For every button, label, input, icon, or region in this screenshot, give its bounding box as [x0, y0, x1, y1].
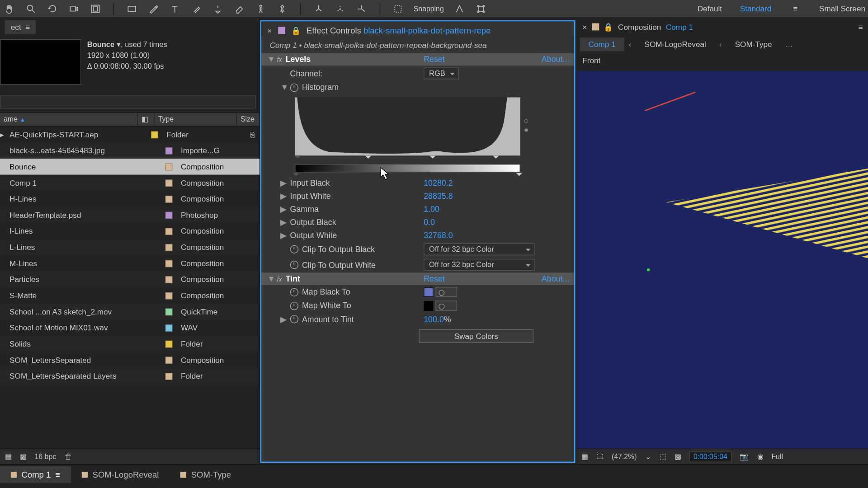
zoom-dropdown[interactable]: (47.2%): [612, 452, 637, 460]
tint-about[interactable]: About...: [542, 274, 569, 283]
tint-reset[interactable]: Reset: [424, 274, 445, 283]
snap-opt-icon[interactable]: [453, 3, 465, 14]
stopwatch-icon[interactable]: [290, 288, 298, 296]
stopwatch-icon[interactable]: [290, 315, 298, 323]
histogram-handle-icon[interactable]: ○●: [524, 116, 529, 134]
hand-tool-icon[interactable]: [4, 3, 15, 14]
lock-icon[interactable]: 🔒: [604, 23, 613, 32]
bin-icon[interactable]: ▦: [5, 452, 12, 460]
map-black-color[interactable]: [424, 287, 433, 297]
channel-dropdown[interactable]: RGB: [424, 67, 459, 79]
project-list[interactable]: ▸AE-QuickTips-START.aepFolder⎘black-s...…: [0, 127, 259, 449]
stopwatch-icon[interactable]: [290, 261, 298, 269]
input-black-value[interactable]: 10280.2: [424, 178, 453, 187]
project-item[interactable]: School of Motion MIX01.wavWAV: [0, 320, 259, 336]
timeline-tab[interactable]: Comp 1 ≡: [0, 466, 71, 483]
map-white-color[interactable]: [424, 301, 433, 310]
snapping-label[interactable]: Snapping: [414, 5, 444, 13]
transparency-icon[interactable]: ▩: [675, 452, 681, 460]
trash-icon[interactable]: 🗑: [65, 452, 72, 460]
bpc-toggle[interactable]: 16 bpc: [35, 452, 57, 460]
levels-effect-title[interactable]: Levels: [286, 55, 311, 64]
project-item[interactable]: SolidsFolder: [0, 336, 259, 352]
chevron-left-icon[interactable]: ‹: [624, 40, 636, 49]
output-white-value[interactable]: 32768.0: [424, 230, 453, 239]
eyedropper-icon[interactable]: [436, 300, 458, 310]
composition-name[interactable]: Comp 1: [666, 23, 693, 32]
project-item[interactable]: HeaderTemplate.psdPhotoshop: [0, 207, 259, 223]
monitor-icon[interactable]: 🖵: [596, 452, 604, 460]
project-item[interactable]: ▸AE-QuickTips-START.aepFolder⎘: [0, 127, 259, 143]
channel-icon[interactable]: ◉: [757, 452, 763, 460]
fx-icon[interactable]: fx: [277, 275, 282, 282]
project-item[interactable]: ParticlesComposition: [0, 272, 259, 288]
comp-tab-comp1[interactable]: Comp 1: [580, 38, 624, 51]
chevron-down-icon[interactable]: ⌄: [645, 452, 651, 460]
levels-histogram[interactable]: ○●: [295, 97, 520, 155]
twirl-down-icon[interactable]: ▼: [280, 83, 286, 92]
project-tab[interactable]: ect ≡: [5, 20, 36, 33]
twirl-right-icon[interactable]: ▶: [280, 178, 286, 187]
comp-tab-logoreveal[interactable]: SOM-LogoReveal: [636, 38, 714, 51]
overflow-icon[interactable]: …: [780, 40, 797, 49]
tint-amount-value[interactable]: 100.0: [424, 314, 444, 324]
project-search-input[interactable]: [0, 95, 256, 108]
project-item[interactable]: M-LinesComposition: [0, 255, 259, 272]
roi-tool-icon[interactable]: [90, 3, 101, 14]
zoom-tool-icon[interactable]: [25, 3, 37, 14]
brush-tool-icon[interactable]: [190, 3, 202, 14]
resolution-icon[interactable]: ⬚: [660, 452, 666, 460]
project-item[interactable]: L-LinesComposition: [0, 239, 259, 255]
camera-tool-icon[interactable]: [68, 3, 80, 14]
output-gradient[interactable]: [295, 164, 520, 172]
axis-world-icon[interactable]: [334, 3, 346, 14]
comp-tab-somtype[interactable]: SOM-Type: [726, 38, 780, 51]
input-sliders[interactable]: [295, 156, 520, 162]
resolution-dropdown[interactable]: Full: [771, 452, 783, 460]
snap-corner-icon[interactable]: [475, 3, 486, 14]
project-item[interactable]: SOM_LettersSeparatedComposition: [0, 352, 259, 368]
stopwatch-icon[interactable]: [290, 301, 298, 310]
composition-viewer[interactable]: [576, 71, 868, 449]
chevron-left-icon[interactable]: ‹: [714, 40, 726, 49]
workspace-standard[interactable]: Standard: [740, 4, 772, 13]
pen-tool-icon[interactable]: [147, 3, 159, 14]
output-black-value[interactable]: 0.0: [424, 217, 435, 226]
grid-icon[interactable]: ▦: [581, 452, 588, 460]
project-item[interactable]: BounceComposition: [0, 159, 259, 175]
levels-reset[interactable]: Reset: [424, 55, 445, 64]
snapshot-icon[interactable]: 📷: [740, 452, 749, 460]
input-white-value[interactable]: 28835.8: [424, 191, 453, 200]
eyedropper-icon[interactable]: [436, 287, 458, 297]
sort-asc-icon[interactable]: ▲: [19, 116, 25, 123]
color-depth-icon[interactable]: ▩: [20, 452, 27, 460]
timecode-display[interactable]: 0:00:05:04: [689, 451, 731, 462]
project-item[interactable]: S-MatteComposition: [0, 287, 259, 304]
effect-asset-name[interactable]: black-small-polka-dot-pattern-repe: [363, 26, 491, 35]
levels-about[interactable]: About...: [542, 55, 569, 64]
clip-black-dropdown[interactable]: Off for 32 bpc Color: [424, 244, 535, 255]
snap-icon[interactable]: [392, 3, 404, 14]
text-tool-icon[interactable]: [169, 3, 181, 14]
tag-column-icon[interactable]: ◧: [138, 113, 155, 126]
stopwatch-icon[interactable]: [290, 83, 298, 91]
project-item[interactable]: I-LinesComposition: [0, 223, 259, 239]
rect-tool-icon[interactable]: [126, 3, 138, 14]
twirl-down-icon[interactable]: ▼: [267, 55, 273, 64]
project-item[interactable]: SOM_LettersSeparated LayersFolder: [0, 368, 259, 384]
close-panel-icon[interactable]: ×: [582, 23, 587, 32]
puppet-tool-icon[interactable]: [255, 3, 267, 14]
gamma-value[interactable]: 1.00: [424, 204, 439, 213]
workspace-default[interactable]: Default: [698, 4, 722, 13]
timeline-tab[interactable]: SOM-Type: [170, 466, 242, 483]
axis-local-icon[interactable]: [313, 3, 325, 14]
project-item[interactable]: H-LinesComposition: [0, 191, 259, 207]
close-panel-icon[interactable]: ×: [267, 26, 272, 35]
panel-menu-icon[interactable]: ≡: [859, 23, 863, 32]
clip-white-dropdown[interactable]: Off for 32 bpc Color: [424, 259, 535, 271]
eraser-tool-icon[interactable]: [233, 3, 245, 14]
workspace-menu-icon[interactable]: ≡: [789, 3, 801, 14]
clone-tool-icon[interactable]: [212, 3, 224, 14]
axis-view-icon[interactable]: [356, 3, 368, 14]
project-item[interactable]: black-s...eats-45645483.jpgImporte...G: [0, 142, 259, 159]
